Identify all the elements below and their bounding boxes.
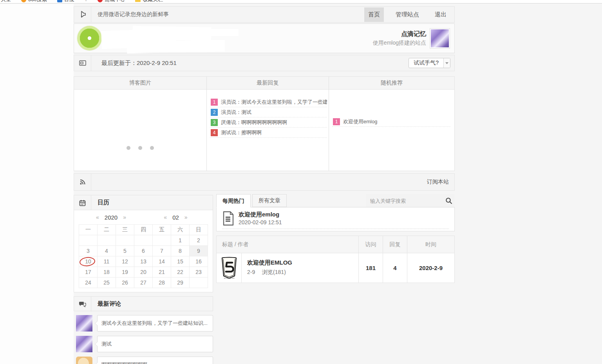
bookmark-item[interactable]: 收藏夹栏 <box>135 0 163 3</box>
col-views: 访问 <box>358 236 383 253</box>
search-input[interactable] <box>366 194 443 207</box>
calendar-day[interactable]: 14 <box>153 256 171 267</box>
calendar-day[interactable]: 22 <box>171 267 190 278</box>
nav-home[interactable]: 首页 <box>364 7 384 22</box>
site-logo[interactable] <box>74 23 242 53</box>
calendar-day[interactable]: 19 <box>116 267 134 278</box>
prev-year-arrow[interactable]: « <box>96 214 99 220</box>
random-list: 1 欢迎使用emlog <box>332 117 450 127</box>
lucky-button-label[interactable]: 试试手气? <box>409 58 443 68</box>
comments-header: 最新评论 <box>74 296 213 311</box>
search-button[interactable] <box>443 194 455 207</box>
carousel-dot[interactable] <box>138 146 142 150</box>
calendar-grid: 一 二 三 四 五 六 日 1 2 3 <box>79 224 208 288</box>
carousel-dot[interactable] <box>150 146 154 150</box>
next-year-arrow[interactable]: » <box>123 214 126 220</box>
bookmark-item[interactable]: 游戏中心 <box>98 0 125 3</box>
calendar-week-row: 24 25 26 27 28 29 <box>79 278 208 288</box>
calendar-day[interactable]: 8 <box>171 246 190 256</box>
calendar-nav: « 2020 » « 02 » <box>74 210 213 224</box>
comment-bubble[interactable]: 测试今天在这里签到啦，又学了一些建站知识... <box>97 315 213 332</box>
comment-text: 啊啊啊啊啊啊啊啊啊 <box>101 361 147 364</box>
calendar-day[interactable]: 17 <box>79 267 98 278</box>
calendar-day[interactable]: 26 <box>116 278 134 288</box>
calendar-day-today[interactable]: 9 <box>190 246 208 256</box>
commenter-avatar <box>76 315 92 332</box>
calendar-day[interactable]: 18 <box>98 267 116 278</box>
calendar-day[interactable]: 6 <box>134 246 153 256</box>
calendar-month: 02 <box>172 214 179 221</box>
calendar-day[interactable]: 27 <box>134 278 153 288</box>
calendar-day[interactable]: 20 <box>134 267 153 278</box>
calendar-day-circled[interactable]: 10 <box>79 256 98 267</box>
megaphone-icon-cell <box>74 7 91 22</box>
reply-text: 演员说：测试 <box>221 109 251 116</box>
reply-item[interactable]: 1 演员说：测试今天在这里签到啦，又学了一些建 <box>210 97 327 107</box>
table-row: 欢迎使用EMLOG 2-9 浏览(181) 181 4 2020-2-9 <box>217 253 454 283</box>
calendar-day <box>98 235 116 246</box>
calendar-day[interactable]: 16 <box>190 256 208 267</box>
tab-all-articles[interactable]: 所有文章 <box>252 194 287 207</box>
next-month-arrow[interactable]: » <box>184 214 188 220</box>
calendar-widget: 日历 « 2020 » « 02 » 一 二 三 四 <box>74 195 213 292</box>
latest-replies-column: 最新回复 1 演员说：测试今天在这里签到啦，又学了一些建 2 演员说：测试 3 … <box>206 77 329 171</box>
document-icon <box>222 211 235 226</box>
calendar-day[interactable]: 11 <box>98 256 116 267</box>
reply-rank-badge: 4 <box>211 129 218 136</box>
calendar-day[interactable]: 28 <box>153 278 171 288</box>
bookmark-label: 百度 <box>64 0 74 3</box>
random-item[interactable]: 1 欢迎使用emlog <box>332 117 450 127</box>
calendar-day[interactable]: 1 <box>171 235 190 246</box>
bookmark-label: 大全 <box>1 0 11 3</box>
prev-month-arrow[interactable]: « <box>164 214 167 220</box>
calendar-day[interactable]: 13 <box>134 256 153 267</box>
calendar-day[interactable]: 5 <box>116 246 134 256</box>
lucky-dropdown-caret[interactable] <box>443 58 450 68</box>
calendar-day <box>153 235 171 246</box>
calendar-day[interactable]: 23 <box>190 267 208 278</box>
chevron-down-icon <box>445 62 448 64</box>
reply-item[interactable]: 3 厌倦说：啊啊啊啊啊啊啊啊啊 <box>210 117 327 128</box>
featured-title[interactable]: 欢迎使用emlog <box>239 211 282 218</box>
calendar-day[interactable]: 24 <box>79 278 98 288</box>
site-meta: 点滴记忆 使用emlog搭建的站点 <box>242 29 454 48</box>
calendar-day[interactable]: 15 <box>171 256 190 267</box>
calendar-day[interactable]: 4 <box>98 246 116 256</box>
lucky-button[interactable]: 试试手气? <box>409 58 450 68</box>
table-header-row: 标题 / 作者 访问 回复 时间 <box>217 236 454 253</box>
calendar-day[interactable]: 2 <box>190 235 208 246</box>
calendar-day[interactable]: 3 <box>79 246 98 256</box>
calendar-day[interactable]: 21 <box>153 267 171 278</box>
bookmark-item[interactable]: 360搜索 <box>21 0 47 3</box>
blog-images-title: 博客图片 <box>74 77 206 90</box>
comment-item: 啊啊啊啊啊啊啊啊啊 <box>76 357 213 364</box>
calendar-day[interactable]: 7 <box>153 246 171 256</box>
article-title-cell[interactable]: 欢迎使用EMLOG 2-9 浏览(181) <box>242 253 358 283</box>
tab-weekly-hot[interactable]: 每周热门 <box>216 194 251 207</box>
comment-bubble[interactable]: 啊啊啊啊啊啊啊啊啊 <box>97 357 213 364</box>
comment-bubble[interactable]: 测试 <box>97 336 213 352</box>
article-icon-cell <box>217 253 242 283</box>
tab-bar: 每周热门 所有文章 <box>216 194 455 207</box>
reply-item[interactable]: 4 测试说：擦啊啊啊 <box>210 128 327 138</box>
day-number: 10 <box>85 258 91 265</box>
main-column: 每周热门 所有文章 欢迎使用eml <box>216 194 455 207</box>
calendar-day[interactable]: 29 <box>171 278 190 288</box>
calendar-day <box>79 235 98 246</box>
bookmark-item[interactable]: 大全 <box>1 0 11 3</box>
reply-rank-badge: 3 <box>211 119 218 126</box>
calendar-day[interactable]: 12 <box>116 256 134 267</box>
subscribe-link[interactable]: 订阅本站 <box>427 178 449 185</box>
calendar-day[interactable]: 25 <box>98 278 116 288</box>
carousel-dot[interactable] <box>127 146 130 150</box>
nav-manage-site[interactable]: 管理站点 <box>392 7 423 22</box>
search-icon <box>445 197 452 204</box>
article-title[interactable]: 欢迎使用EMLOG <box>247 258 358 267</box>
featured-article[interactable]: 欢迎使用emlog 2020-02-09 12:51 <box>222 211 449 229</box>
weekday-label: 三 <box>116 225 134 235</box>
bookmark-add-button[interactable]: + <box>85 0 88 3</box>
nav-logout[interactable]: 退出 <box>431 7 450 22</box>
bookmark-item[interactable]: 百度 <box>57 0 74 3</box>
reply-item[interactable]: 2 演员说：测试 <box>210 107 327 117</box>
article-table: 标题 / 作者 访问 回复 时间 欢迎使用EMLOG 2-9 浏览(181) <box>216 236 455 283</box>
